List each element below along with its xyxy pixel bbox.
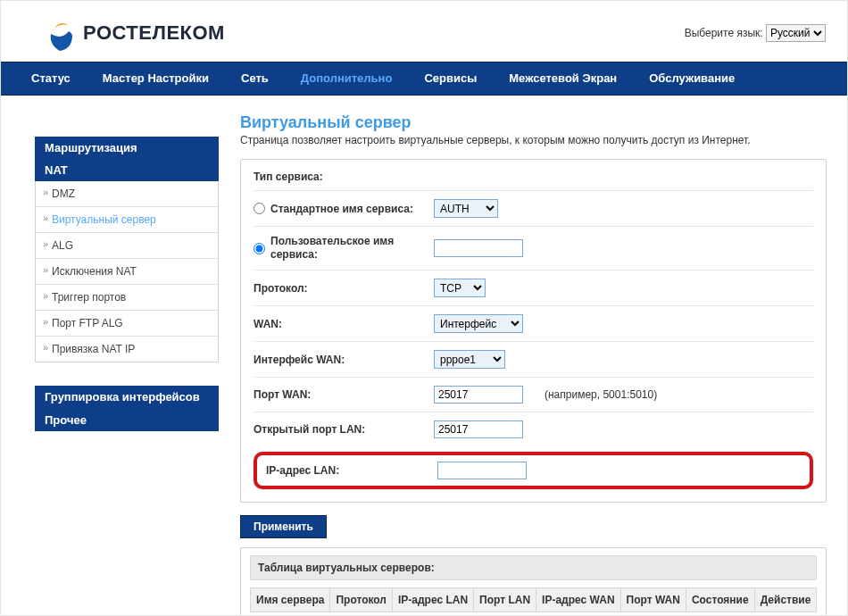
label-protocol: Протокол: [254, 282, 434, 295]
select-protocol[interactable]: TCP [434, 279, 486, 297]
nav-advanced[interactable]: Дополнительно [285, 62, 409, 96]
sidebar-head-other[interactable]: Прочее [35, 409, 219, 431]
col-server-name: Имя сервера [250, 587, 330, 612]
nav-status[interactable]: Статус [15, 62, 87, 96]
col-protocol: Протокол [330, 587, 393, 612]
sidebar-item-dmz[interactable]: DMZ [36, 181, 218, 206]
col-wan-port: Порт WAN [621, 587, 686, 612]
row-custom-service: Пользовательское имя сервиса: [254, 226, 813, 270]
radio-standard-service[interactable] [254, 203, 265, 214]
row-standard-service: Стандартное имя сервиса: AUTH [254, 190, 813, 226]
sidebar-head-routing[interactable]: Маршрутизация [35, 137, 219, 159]
form-heading: Тип сервиса: [254, 171, 813, 183]
label-lan-port: Открытый порт LAN: [254, 423, 434, 436]
table-box: Таблица виртуальных серверов: Имя сервер… [240, 547, 827, 616]
table-title: Таблица виртуальных серверов: [250, 555, 817, 580]
language-label: Выберите язык: [685, 27, 763, 39]
col-wan-ip: IP-адрес WAN [536, 587, 620, 612]
col-lan-port: Порт LAN [474, 587, 536, 612]
table-header-row: Имя сервера Протокол IP-адрес LAN Порт L… [250, 587, 817, 612]
topbar: РОСТЕЛЕКОМ Выберите язык: Русский [1, 1, 847, 62]
body: Маршрутизация NAT DMZ Виртуальный сервер… [1, 96, 847, 616]
sidebar-item-port-trigger[interactable]: Триггер портов [36, 285, 218, 310]
main-nav: Статус Мастер Настройки Сеть Дополнитель… [1, 62, 847, 96]
hint-wan-port: (например, 5001:5010) [545, 388, 657, 401]
row-wan-interface: Интерфейс WAN: pppoe1 [254, 341, 813, 377]
input-lan-port[interactable] [434, 420, 523, 438]
brand-text: РОСТЕЛЕКОМ [83, 21, 225, 45]
label-lan-ip: IP-адрес LAN: [266, 464, 437, 477]
sidebar-item-nat-exclusions[interactable]: Исключения NAT [36, 259, 218, 284]
form-box: Тип сервиса: Стандартное имя сервиса: AU… [240, 159, 827, 503]
sidebar-item-ftp-alg[interactable]: Порт FTP ALG [36, 311, 218, 336]
label-custom-service[interactable]: Пользовательское имя сервиса: [254, 235, 434, 262]
label-standard-service[interactable]: Стандартное имя сервиса: [254, 203, 434, 215]
sidebar-head-grouping[interactable]: Группировка интерфейсов [35, 386, 219, 409]
select-wan-interface[interactable]: pppoe1 [434, 350, 505, 369]
select-wan[interactable]: Интерфейс [434, 314, 523, 333]
input-lan-ip[interactable] [437, 462, 527, 479]
row-protocol: Протокол: TCP [254, 270, 813, 305]
select-standard-service[interactable]: AUTH [434, 199, 498, 218]
app-window: РОСТЕЛЕКОМ Выберите язык: Русский Статус… [0, 0, 848, 616]
sidebar-item-alg[interactable]: ALG [36, 233, 218, 258]
input-custom-service[interactable] [434, 239, 523, 257]
sidebar: Маршрутизация NAT DMZ Виртуальный сервер… [35, 113, 219, 431]
brand-logo-icon [46, 13, 76, 53]
language-select[interactable]: Русский [766, 24, 826, 42]
apply-button[interactable]: Применить [240, 515, 327, 538]
row-wan-port: Порт WAN: (например, 5001:5010) [254, 377, 813, 412]
apply-wrap: Применить [240, 515, 827, 538]
nav-network[interactable]: Сеть [225, 62, 285, 96]
sidebar-list-nat: DMZ Виртуальный сервер ALG Исключения NA… [35, 181, 219, 362]
content: Виртуальный сервер Страница позволяет на… [219, 113, 827, 616]
sidebar-item-nat-ip-bind[interactable]: Привязка NAT IP [36, 337, 218, 362]
brand-logo: РОСТЕЛЕКОМ [46, 13, 225, 53]
radio-custom-service[interactable] [254, 243, 265, 254]
row-lan-port: Открытый порт LAN: [254, 412, 813, 446]
page-title: Виртуальный сервер [240, 113, 827, 132]
row-lan-ip: IP-адрес LAN: [254, 452, 813, 489]
input-wan-port[interactable] [434, 386, 523, 404]
nav-wizard[interactable]: Мастер Настройки [87, 62, 225, 96]
label-wan: WAN: [254, 318, 434, 330]
col-lan-ip: IP-адрес LAN [393, 587, 474, 612]
sidebar-item-virtual-server[interactable]: Виртуальный сервер [36, 207, 218, 232]
label-wan-port: Порт WAN: [254, 388, 434, 401]
col-action: Действие [755, 587, 818, 612]
language-selector: Выберите язык: Русский [685, 24, 826, 42]
col-state: Состояние [686, 587, 755, 612]
sidebar-head-nat[interactable]: NAT [35, 159, 219, 181]
label-wan-interface: Интерфейс WAN: [254, 354, 434, 366]
nav-firewall[interactable]: Межсетевой Экран [493, 62, 633, 96]
page-desc: Страница позволяет настроить виртуальные… [240, 134, 827, 146]
nav-services[interactable]: Сервисы [408, 62, 493, 96]
row-wan: WAN: Интерфейс [254, 305, 813, 341]
nav-maintenance[interactable]: Обслуживание [633, 62, 751, 96]
